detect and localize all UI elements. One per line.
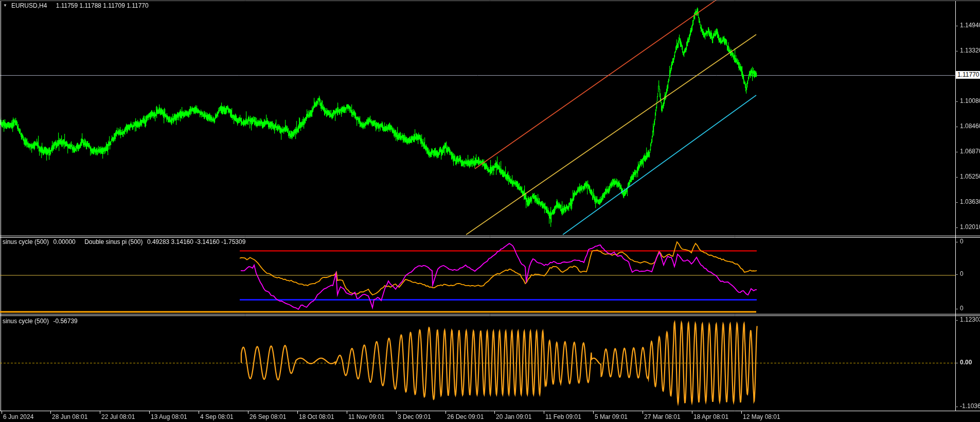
time-tick-label: 26 Sep 08:01 bbox=[250, 413, 286, 420]
time-tick-label: 20 Jan 09:01 bbox=[496, 413, 531, 420]
price-tick-label: 1.14940 bbox=[960, 22, 980, 29]
indicator1-title: sinus cycle (500) 0.00000 Double sinus p… bbox=[3, 238, 245, 245]
indicator2-title: sinus cycle (500) -0.56739 bbox=[3, 318, 78, 325]
indicator1-tick-label: 0 bbox=[960, 305, 964, 312]
time-tick-label: 6 Jun 2024 bbox=[3, 413, 33, 420]
symbol-period-label: EURUSD,H4 bbox=[11, 2, 47, 9]
chart-window: ▼ EURUSD,H4 1.11759 1.11788 1.11709 1.11… bbox=[0, 0, 980, 422]
time-tick-label: 4 Sep 08:01 bbox=[200, 413, 234, 420]
ohlc-quotes: 1.11759 1.11788 1.11709 1.11770 bbox=[56, 2, 149, 9]
price-tick-label: 1.08460 bbox=[960, 122, 980, 130]
indicator1-name: sinus cycle (500) bbox=[3, 238, 49, 245]
indicator2-value: -0.56739 bbox=[53, 318, 77, 325]
price-tick-label: 1.02010 bbox=[960, 223, 980, 231]
time-tick-label: 5 Mar 09:01 bbox=[595, 413, 628, 420]
time-tick-label: 3 Dec 09:01 bbox=[398, 413, 431, 420]
time-tick-label: 11 Nov 09:01 bbox=[348, 413, 385, 420]
time-tick-label: 18 Oct 08:01 bbox=[299, 413, 334, 420]
indicator2-tick-label: -1.10369 bbox=[960, 402, 980, 410]
time-tick-label: 11 Feb 09:01 bbox=[545, 413, 581, 420]
time-tick-label: 28 Jun 08:01 bbox=[52, 413, 87, 420]
time-tick-label: 12 May 08:01 bbox=[743, 413, 780, 420]
indicator2-name: sinus cycle (500) bbox=[3, 318, 49, 325]
time-tick-label: 27 Mar 08:01 bbox=[644, 413, 681, 420]
indicator1-tick-label: 0 bbox=[960, 238, 964, 245]
price-tick-label: 1.03630 bbox=[960, 198, 980, 205]
indicator2-tick-label: 1.12303 bbox=[960, 316, 980, 323]
price-tick-label: 1.10080 bbox=[960, 97, 980, 104]
current-price-tag: 1.11770 bbox=[956, 71, 980, 79]
symbol-dropdown-icon[interactable]: ▼ bbox=[3, 3, 7, 8]
time-tick-label: 22 Jul 08:01 bbox=[101, 413, 135, 420]
indicator1-tick-label: 0 bbox=[960, 270, 964, 277]
indicator2-tick-label: 0.00 bbox=[960, 359, 972, 366]
price-tick-label: 1.06870 bbox=[960, 148, 980, 155]
price-tick-label: 1.13320 bbox=[960, 47, 980, 54]
indicator1-value: 0.00000 bbox=[53, 238, 75, 245]
chart-canvas[interactable] bbox=[0, 0, 980, 422]
time-tick-label: 13 Aug 08:01 bbox=[151, 413, 187, 420]
chart-title: ▼ EURUSD,H4 1.11759 1.11788 1.11709 1.11… bbox=[11, 2, 149, 9]
price-tick-label: 1.05250 bbox=[960, 173, 980, 180]
indicator1b-name: Double sinus pi (500) bbox=[84, 238, 142, 245]
time-tick-label: 18 Apr 08:01 bbox=[693, 413, 728, 420]
time-tick-label: 26 Dec 09:01 bbox=[447, 413, 484, 420]
indicator1b-values: 0.49283 3.14160 -3.14160 -1.75309 bbox=[147, 238, 246, 245]
